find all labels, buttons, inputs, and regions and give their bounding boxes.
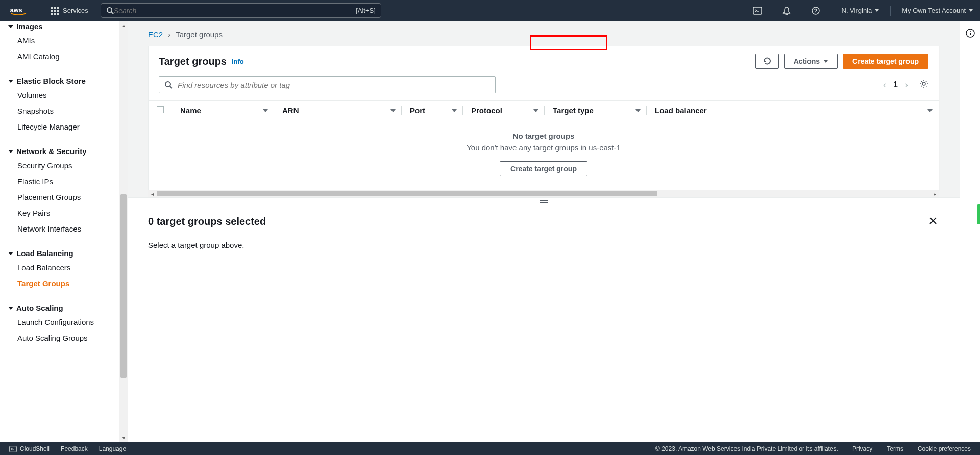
next-page-button[interactable]: › <box>905 80 908 90</box>
cloudshell-icon-button[interactable] <box>747 0 768 21</box>
svg-point-1 <box>107 8 112 12</box>
col-load-balancer[interactable]: Load balancer <box>647 101 939 120</box>
filter-input-wrapper[interactable] <box>159 76 496 93</box>
sidebar-section-auto-scaling[interactable]: Auto Scaling <box>0 298 128 314</box>
services-button[interactable]: Services <box>45 7 93 15</box>
services-label: Services <box>63 7 88 14</box>
search-shortcut: [Alt+S] <box>356 7 376 14</box>
account-label: My Own Test Account <box>902 7 966 14</box>
col-arn[interactable]: ARN <box>274 101 402 120</box>
footer-cloudshell[interactable]: CloudShell <box>9 445 50 453</box>
sidebar-item-elastic-ips[interactable]: Elastic IPs <box>0 173 128 189</box>
caret-down-icon <box>8 307 13 310</box>
search-icon <box>106 7 114 14</box>
prev-page-button[interactable]: ‹ <box>883 80 886 90</box>
empty-create-button[interactable]: Create target group <box>500 161 587 176</box>
footer-privacy[interactable]: Privacy <box>852 445 872 452</box>
account-selector[interactable]: My Own Test Account <box>895 0 980 21</box>
region-label: N. Virginia <box>842 7 872 14</box>
refresh-icon <box>763 57 771 65</box>
panel-splitter[interactable] <box>128 197 960 205</box>
info-icon <box>965 28 975 38</box>
sidebar-section-images[interactable]: Images <box>0 21 128 33</box>
scroll-right-arrow[interactable]: ▸ <box>930 190 939 197</box>
sidebar-item-snapshots[interactable]: Snapshots <box>0 103 128 119</box>
sidebar-item-target-groups[interactable]: Target Groups <box>0 275 128 291</box>
empty-text: You don't have any target groups in us-e… <box>149 143 939 152</box>
sidebar-item-volumes[interactable]: Volumes <box>0 87 128 103</box>
section-label: Auto Scaling <box>16 304 63 312</box>
sidebar-item-auto-scaling-groups[interactable]: Auto Scaling Groups <box>0 330 128 346</box>
side-indicator <box>977 204 980 224</box>
info-link[interactable]: Info <box>232 58 244 65</box>
refresh-button[interactable] <box>755 54 779 69</box>
breadcrumb: EC2 › Target groups <box>128 21 960 46</box>
svg-line-8 <box>170 86 172 88</box>
sidebar-item-placement-groups[interactable]: Placement Groups <box>0 189 128 205</box>
sidebar-item-launch-configurations[interactable]: Launch Configurations <box>0 314 128 330</box>
col-name[interactable]: Name <box>172 101 274 120</box>
top-nav: aws Services [Alt+S] N. Virginia My Own … <box>0 0 980 21</box>
info-button[interactable] <box>965 28 975 40</box>
notifications-button[interactable] <box>776 0 797 21</box>
sidebar-scrollbar[interactable]: ▴ ▾ <box>119 21 128 442</box>
sidebar-item-lifecycle-manager[interactable]: Lifecycle Manager <box>0 119 128 135</box>
col-target-type[interactable]: Target type <box>545 101 647 120</box>
footer-feedback[interactable]: Feedback <box>61 445 88 452</box>
footer: CloudShell Feedback Language © 2023, Ama… <box>0 442 980 455</box>
sort-icon <box>927 109 933 112</box>
page-number: 1 <box>893 80 898 89</box>
footer-cookie[interactable]: Cookie preferences <box>918 445 971 452</box>
scroll-thumb[interactable] <box>157 191 657 196</box>
target-groups-table: Name ARN Port Protocol Target type Load … <box>149 100 939 190</box>
sidebar-item-key-pairs[interactable]: Key Pairs <box>0 205 128 221</box>
section-label: Network & Security <box>16 147 87 156</box>
sidebar-item-security-groups[interactable]: Security Groups <box>0 158 128 173</box>
sidebar-section-ebs[interactable]: Elastic Block Store <box>0 71 128 87</box>
settings-button[interactable] <box>919 79 928 90</box>
col-port[interactable]: Port <box>402 101 463 120</box>
section-label: Elastic Block Store <box>16 77 86 85</box>
target-groups-panel: Target groups Info Actions Create target… <box>148 46 939 190</box>
help-button[interactable] <box>805 0 826 21</box>
close-icon <box>929 217 937 225</box>
horizontal-scrollbar[interactable]: ◂ ▸ <box>148 190 939 197</box>
main-content: EC2 › Target groups Target groups Info A… <box>128 21 960 442</box>
footer-terms[interactable]: Terms <box>887 445 903 452</box>
scroll-thumb[interactable] <box>120 194 127 378</box>
detail-panel: 0 target groups selected Select a target… <box>128 205 960 442</box>
sidebar-item-ami-catalog[interactable]: AMI Catalog <box>0 48 128 64</box>
divider <box>830 6 830 16</box>
sidebar-item-network-interfaces[interactable]: Network Interfaces <box>0 221 128 237</box>
sidebar-section-network[interactable]: Network & Security <box>0 142 128 158</box>
create-target-group-button[interactable]: Create target group <box>843 54 928 69</box>
scroll-down-arrow[interactable]: ▾ <box>119 434 128 442</box>
scroll-left-arrow[interactable]: ◂ <box>148 190 157 197</box>
sidebar: Images AMIs AMI Catalog Elastic Block St… <box>0 21 128 442</box>
sidebar-section-load-balancing[interactable]: Load Balancing <box>0 244 128 260</box>
aws-logo[interactable]: aws <box>9 6 28 16</box>
panel-title: Target groups <box>159 56 227 67</box>
filter-input[interactable] <box>178 81 490 89</box>
sidebar-item-load-balancers[interactable]: Load Balancers <box>0 260 128 275</box>
checkbox[interactable] <box>157 106 164 113</box>
drag-handle-icon <box>540 200 548 201</box>
right-rail <box>960 21 980 442</box>
global-search[interactable]: [Alt+S] <box>101 3 381 18</box>
search-input[interactable] <box>114 7 356 15</box>
breadcrumb-root[interactable]: EC2 <box>148 30 163 39</box>
footer-language[interactable]: Language <box>99 445 126 452</box>
actions-button[interactable]: Actions <box>784 54 838 69</box>
cloudshell-icon <box>753 6 762 15</box>
scroll-up-arrow[interactable]: ▴ <box>119 21 128 30</box>
close-button[interactable] <box>927 214 939 230</box>
sidebar-item-amis[interactable]: AMIs <box>0 33 128 48</box>
caret-down-icon <box>875 9 879 12</box>
col-protocol[interactable]: Protocol <box>463 101 545 120</box>
detail-title: 0 target groups selected <box>148 216 266 228</box>
empty-state: No target groups You don't have any targ… <box>149 120 939 190</box>
section-label: Images <box>16 22 43 31</box>
select-all-header[interactable] <box>149 101 172 120</box>
region-selector[interactable]: N. Virginia <box>835 0 887 21</box>
section-label: Load Balancing <box>16 249 74 258</box>
